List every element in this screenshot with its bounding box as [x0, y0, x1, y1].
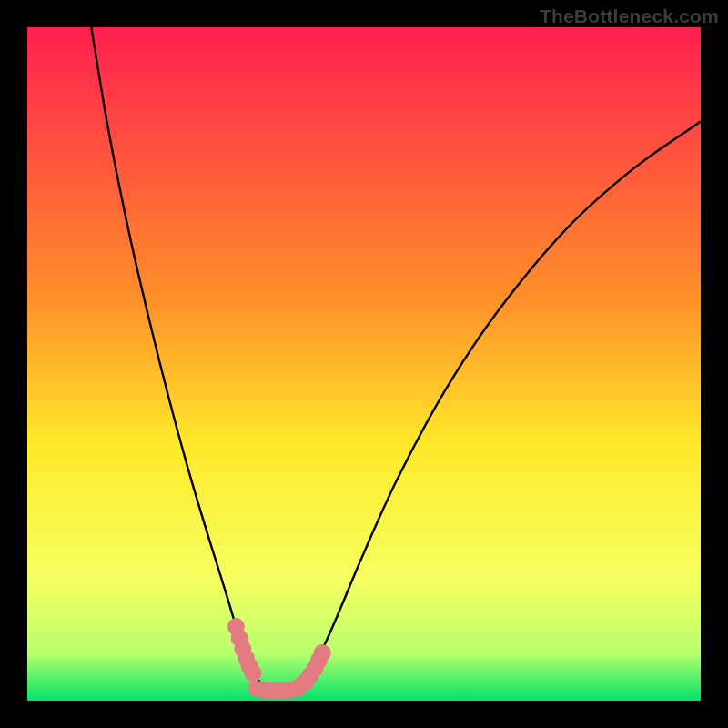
plot-area	[27, 27, 701, 701]
bottleneck-chart	[27, 27, 701, 701]
highlight-dot	[314, 644, 331, 662]
chart-frame: TheBottleneck.com	[0, 0, 728, 728]
watermark-text: TheBottleneck.com	[540, 5, 719, 27]
highlight-dot	[244, 664, 261, 682]
gradient-background	[27, 27, 701, 701]
